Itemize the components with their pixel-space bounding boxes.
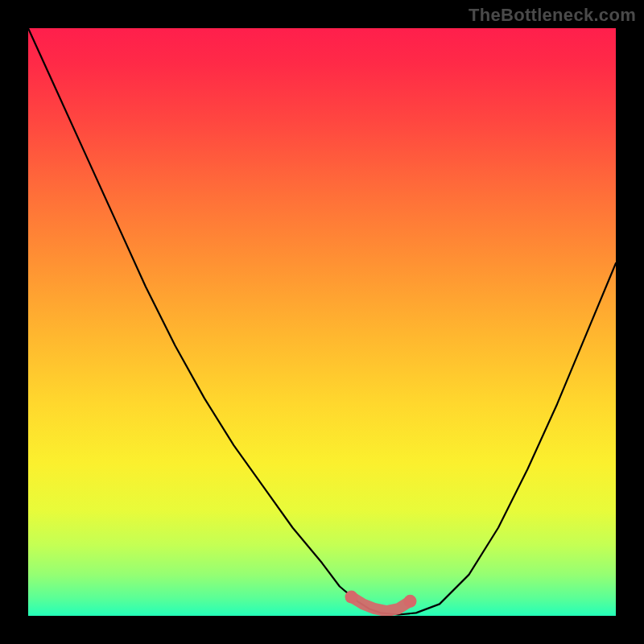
plot-area xyxy=(28,28,616,616)
svg-point-0 xyxy=(345,591,358,604)
curve-highlight xyxy=(345,591,417,612)
svg-point-1 xyxy=(404,595,417,608)
watermark-text: TheBottleneck.com xyxy=(469,5,636,26)
bottleneck-curve xyxy=(28,28,616,615)
chart-frame: TheBottleneck.com xyxy=(0,0,644,644)
chart-svg xyxy=(28,28,616,616)
